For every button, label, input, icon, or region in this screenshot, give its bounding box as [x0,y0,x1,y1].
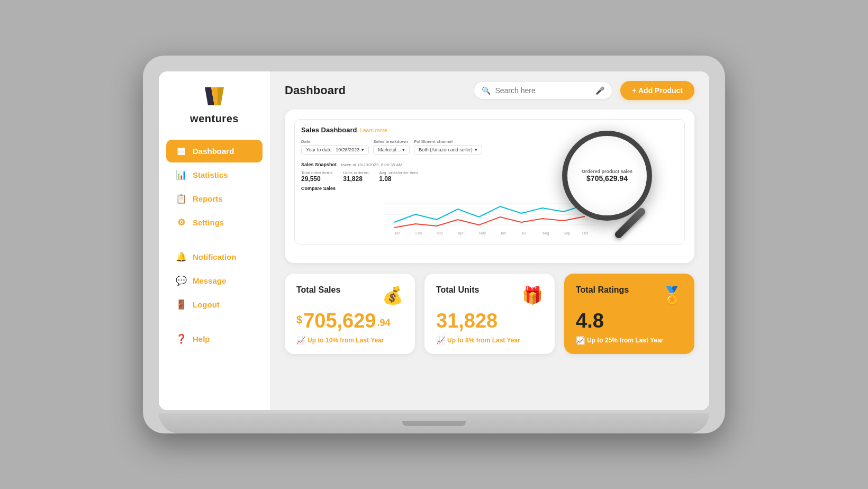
breakdown-filter: Sales breakdown Marketpl... ▾ [373,139,410,155]
metric-orders-label: Total order items [301,170,332,175]
units-icon: 🎁 [522,285,543,305]
metric-orders-value: 29,550 [301,175,332,183]
sidebar: wentures ▦ Dashboard 📊 Statistics 📋 Repo… [159,71,270,410]
help-icon: ❓ [176,333,186,345]
sidebar-item-dashboard[interactable]: ▦ Dashboard [166,140,263,162]
logo-icon [200,84,229,110]
sidebar-item-label: Message [193,276,226,285]
total-sales-header: Total Sales 💰 [296,285,403,305]
svg-text:Sep: Sep [564,231,571,236]
total-units-trend: 📈 Up to 8% from Last Year [436,336,543,345]
settings-icon: ⚙ [176,217,186,228]
compare-title: Compare Sales [301,186,678,191]
total-sales-trend: 📈 Up to 10% from Last Year [296,336,403,345]
sidebar-item-help[interactable]: ❓ Help [166,328,263,350]
sidebar-item-statistics[interactable]: 📊 Statistics [166,164,263,186]
total-sales-value-row: $ 705,629 .94 [296,311,403,331]
add-product-button[interactable]: + Add Product [620,81,694,100]
page-title: Dashboard [285,84,466,97]
svg-text:Jul: Jul [521,231,526,235]
breakdown-filter-label: Sales breakdown [373,139,410,144]
svg-text:Aug: Aug [542,231,549,236]
sidebar-item-label: Settings [193,218,224,227]
metric-units: Units ordered 31,828 [343,170,368,183]
dashboard-icon: ▦ [176,146,186,157]
trend-up-icon: 📈 [296,336,305,345]
snapshot-date: taken at 10/28/2023, 8:06:35 AM [341,162,402,167]
date-filter-label: Date [301,139,369,144]
logout-icon: 🚪 [176,299,186,310]
search-input[interactable] [495,86,591,95]
stats-row: Total Sales 💰 $ 705,629 .94 📈 Up to 10% … [285,274,694,354]
date-value: Year to date - 10/28/2023 [306,147,359,152]
search-box[interactable]: 🔍 🎤 [474,82,612,99]
total-ratings-trend: 📈 Up to 25% from Last Year [576,336,683,345]
sales-preview-inner: Sales Dashboard Learn more Date Year to … [294,119,685,245]
metric-orders: Total order items 29,550 [301,170,332,183]
sidebar-item-label: Notification [193,252,237,261]
ratings-icon: 🏅 [662,285,683,305]
channel-filter: Fulfillment channel Both (Amazon and sel… [414,139,482,155]
trend-up-icon: 📈 [436,336,445,345]
message-icon: 💬 [176,275,186,286]
breakdown-select[interactable]: Marketpl... ▾ [373,145,410,155]
sidebar-item-label: Dashboard [193,147,234,156]
snapshot-title: Sales Snapshot [301,162,337,167]
sidebar-item-logout[interactable]: 🚪 Logout [166,293,263,316]
sidebar-item-message[interactable]: 💬 Message [166,269,263,292]
sidebar-item-label: Reports [193,194,223,203]
compare-chart: Jan Feb Mar Apr May Jun Jul Aug Sep Oct [301,193,678,236]
total-units-title: Total Units [436,285,479,295]
metric-units-label: Units ordered [343,170,368,175]
filters-row: Date Year to date - 10/28/2023 ▾ Sales b… [301,139,678,155]
chevron-down-icon: ▾ [402,147,405,152]
currency-symbol: $ [296,314,302,326]
trend-text: Up to 10% from Last Year [308,337,384,344]
breakdown-value: Marketpl... [378,147,400,152]
sidebar-item-label: Help [193,334,210,343]
topbar: Dashboard 🔍 🎤 + Add Product [270,71,709,110]
sidebar-item-notification[interactable]: 🔔 Notification [166,246,263,268]
sales-dashboard-title: Sales Dashboard [301,126,357,134]
logo-area: wentures [159,84,270,125]
total-units-header: Total Units 🎁 [436,285,543,305]
total-ratings-main: 4.8 [576,311,604,331]
svg-text:Feb: Feb [415,231,422,235]
total-sales-card: Total Sales 💰 $ 705,629 .94 📈 Up to 10% … [285,274,415,354]
svg-text:May: May [479,231,486,236]
trend-text: Up to 8% from Last Year [447,337,520,344]
chevron-down-icon: ▾ [361,147,364,152]
channel-select[interactable]: Both (Amazon and seller) ▾ [414,145,482,155]
sales-dashboard-link[interactable]: Learn more [360,128,387,133]
mic-icon: 🎤 [595,86,604,95]
main-content: Dashboard 🔍 🎤 + Add Product Sales [270,71,709,410]
sidebar-item-settings[interactable]: ⚙ Settings [166,211,263,234]
trend-up-icon: 📈 [576,336,585,345]
reports-icon: 📋 [176,193,186,204]
date-filter: Date Year to date - 10/28/2023 ▾ [301,139,369,155]
channel-value: Both (Amazon and seller) [419,147,473,152]
total-units-card: Total Units 🎁 31,828 📈 Up to 8% from Las… [424,274,555,354]
chevron-down-icon: ▾ [475,147,477,152]
app-name: wentures [190,113,239,125]
total-sales-decimal: .94 [377,318,391,329]
search-icon: 🔍 [482,86,491,95]
trend-text: Up to 25% from Last Year [587,337,664,344]
snapshot-metrics: Total order items 29,550 Units ordered 3… [301,170,678,183]
sales-preview-card: Sales Dashboard Learn more Date Year to … [285,110,694,263]
svg-text:Jun: Jun [500,231,506,235]
total-ratings-card: Total Ratings 🏅 4.8 📈 Up to 25% from Las… [564,274,694,354]
metric-units-value: 31,828 [343,175,368,183]
sales-icon: 💰 [382,285,403,305]
nav-menu: ▦ Dashboard 📊 Statistics 📋 Reports ⚙ Set… [159,140,270,397]
metric-avg-label: Avg. units/order item [379,170,418,175]
total-sales-title: Total Sales [296,285,340,295]
svg-marker-2 [218,87,224,105]
svg-text:Oct: Oct [582,231,588,235]
svg-text:Mar: Mar [437,231,444,235]
date-select[interactable]: Year to date - 10/28/2023 ▾ [301,145,369,155]
metric-avg-value: 1.08 [379,175,418,183]
snapshot-section: Sales Snapshot taken at 10/28/2023, 8:06… [301,159,678,183]
sidebar-item-reports[interactable]: 📋 Reports [166,187,263,210]
svg-text:Jan: Jan [394,231,400,235]
